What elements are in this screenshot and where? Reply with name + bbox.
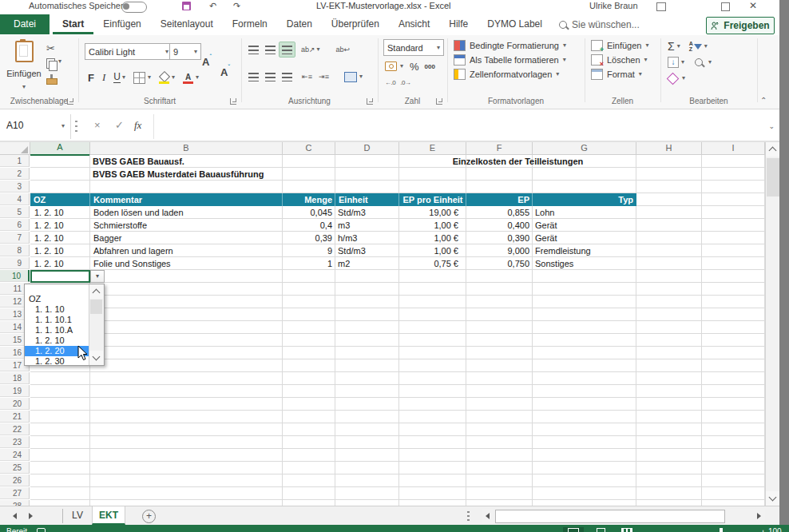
table-header-typ[interactable]: Typ — [533, 193, 636, 206]
cell-C8[interactable]: 9 — [283, 244, 335, 257]
cell-A8[interactable]: 1. 2. 10 — [30, 244, 90, 257]
normal-view-button[interactable] — [563, 527, 584, 532]
cell-E6[interactable]: 1,00 € — [399, 219, 466, 232]
fill-color-icon[interactable] — [159, 72, 169, 84]
percent-style-button[interactable]: % — [410, 61, 419, 73]
font-dialog-launcher[interactable] — [230, 98, 236, 105]
cell-F7[interactable]: 0,390 — [466, 232, 533, 244]
cell-E7[interactable]: 1,00 € — [399, 232, 466, 244]
ribbon-tab-dymo-label[interactable]: DYMO Label — [478, 14, 552, 34]
cell-G7[interactable]: Gerät — [533, 232, 636, 244]
scroll-right-icon[interactable] — [757, 513, 761, 519]
scroll-down-button[interactable] — [89, 351, 103, 365]
row-header-26[interactable]: 26 — [0, 474, 30, 486]
name-box[interactable]: A10 ▾ — [0, 114, 71, 139]
column-header-E[interactable]: E — [399, 142, 466, 155]
column-header-A[interactable]: A — [30, 142, 90, 156]
increase-indent-button[interactable]: ⇥≡ — [316, 69, 331, 84]
sheet-tab-ekt[interactable]: EKT — [92, 506, 125, 525]
align-bottom-button[interactable] — [280, 42, 295, 57]
font-name-select[interactable]: Calibri Light▾ — [85, 43, 172, 60]
row-header-7[interactable]: 7 — [0, 232, 30, 244]
dropdown-scrollbar[interactable] — [89, 284, 104, 365]
sheet-tab-lv[interactable]: LV — [63, 506, 93, 525]
name-box-splitter[interactable] — [75, 121, 77, 133]
align-middle-button[interactable] — [263, 42, 278, 57]
column-header-G[interactable]: G — [533, 142, 636, 155]
row-header-23[interactable]: 23 — [0, 436, 30, 448]
accounting-format-icon[interactable] — [385, 62, 397, 71]
row-header-8[interactable]: 8 — [0, 244, 30, 256]
row-header-25[interactable]: 25 — [0, 462, 30, 474]
ribbon-tab-seitenlayout[interactable]: Seitenlayout — [151, 14, 223, 34]
table-header-ep[interactable]: EP — [466, 193, 533, 206]
cell-F9[interactable]: 0,750 — [466, 257, 533, 270]
column-header-F[interactable]: F — [466, 142, 533, 155]
vertical-scrollbar[interactable] — [765, 142, 779, 506]
align-left-button[interactable] — [246, 69, 261, 84]
font-color-icon[interactable]: A — [183, 72, 193, 84]
cell-B2[interactable]: BVBS GAEB Musterdatei Bauausführung — [90, 168, 285, 181]
zellenformatvorlagen-button[interactable]: Zellenformatvorlagen▾ — [454, 67, 566, 81]
ribbon-tab-einf-gen[interactable]: Einfügen — [93, 14, 150, 34]
horizontal-scrollbar[interactable] — [482, 509, 765, 523]
vertical-scroll-thumb[interactable] — [767, 158, 779, 197]
confirm-entry-icon[interactable]: ✓ — [115, 119, 124, 131]
formula-input[interactable] — [153, 114, 755, 139]
cell-C5[interactable]: 0,045 — [283, 206, 335, 219]
cancel-entry-icon[interactable]: × — [94, 119, 101, 131]
row-header-27[interactable]: 27 — [0, 487, 30, 499]
zoom-out-icon[interactable]: − — [660, 527, 665, 532]
share-button[interactable]: Freigeben — [706, 17, 775, 34]
cell-G6[interactable]: Gerät — [533, 219, 636, 232]
scroll-up-button[interactable] — [89, 284, 103, 299]
cell-E1[interactable]: Einzelkosten der Teilleistungen — [399, 155, 636, 168]
maximize-icon[interactable] — [721, 2, 730, 11]
active-cell-A10[interactable] — [30, 270, 90, 283]
wrap-text-button[interactable]: ab↩ — [336, 46, 351, 54]
cell-B9[interactable]: Folie und Sonstiges — [90, 257, 283, 270]
row-header-22[interactable]: 22 — [0, 423, 30, 435]
cell-G9[interactable]: Sonstiges — [533, 257, 636, 270]
bold-button[interactable]: F — [88, 72, 94, 84]
table-header-einheit[interactable]: Einheit — [335, 193, 399, 206]
table-header-menge[interactable]: Menge — [283, 193, 335, 206]
ribbon-tab-ansicht[interactable]: Ansicht — [389, 14, 439, 34]
page-break-view-button[interactable] — [617, 527, 637, 532]
cell-B5[interactable]: Boden lösen und laden — [90, 206, 283, 219]
new-sheet-button[interactable]: + — [142, 510, 156, 523]
row-header-1[interactable]: 1 — [0, 155, 30, 167]
next-sheet-icon[interactable] — [29, 513, 33, 519]
collapse-ribbon-icon[interactable]: ⌃ — [760, 96, 767, 105]
underline-button[interactable]: U — [113, 72, 121, 83]
cell-G8[interactable]: Fremdleistung — [533, 244, 636, 257]
undo-icon[interactable]: ↶ — [209, 0, 216, 13]
row-header-2[interactable]: 2 — [0, 168, 30, 180]
cell-D8[interactable]: Std/m3 — [335, 244, 399, 257]
cell-D9[interactable]: m2 — [335, 257, 399, 270]
table-header-ep-pro-einheit[interactable]: EP pro Einheit — [399, 193, 466, 206]
tell-me-search[interactable]: Sie wünschen... — [559, 14, 640, 35]
sort-filter-button[interactable]: AZ — [689, 41, 702, 52]
merge-center-icon[interactable] — [344, 72, 357, 82]
cell-C9[interactable]: 1 — [283, 257, 335, 270]
column-header-B[interactable]: B — [90, 142, 283, 155]
autosave-toggle[interactable] — [121, 2, 147, 13]
align-top-button[interactable] — [246, 42, 261, 57]
find-select-button[interactable] — [695, 58, 703, 66]
cell-C7[interactable]: 0,39 — [283, 232, 335, 244]
row-header-20[interactable]: 20 — [0, 398, 30, 410]
italic-button[interactable]: I — [102, 71, 105, 84]
tab-scroll-splitter[interactable] — [467, 511, 470, 522]
cell-G5[interactable]: Lohn — [533, 206, 636, 219]
cell-F5[interactable]: 0,855 — [466, 206, 533, 219]
ribbon-tab-formeln[interactable]: Formeln — [223, 14, 277, 34]
zoom-in-icon[interactable]: + — [760, 527, 766, 532]
ribbon-options-icon[interactable] — [656, 2, 666, 11]
paste-button[interactable]: Einfügen ▾ — [8, 38, 40, 90]
user-name[interactable]: Ulrike Braun — [589, 0, 638, 13]
number-format-select[interactable]: Standard▾ — [383, 39, 444, 56]
row-header-24[interactable]: 24 — [0, 449, 30, 461]
cells-einf-gen-button[interactable]: Einfügen▾ — [591, 38, 648, 53]
ribbon-tab-hilfe[interactable]: Hilfe — [439, 14, 478, 34]
